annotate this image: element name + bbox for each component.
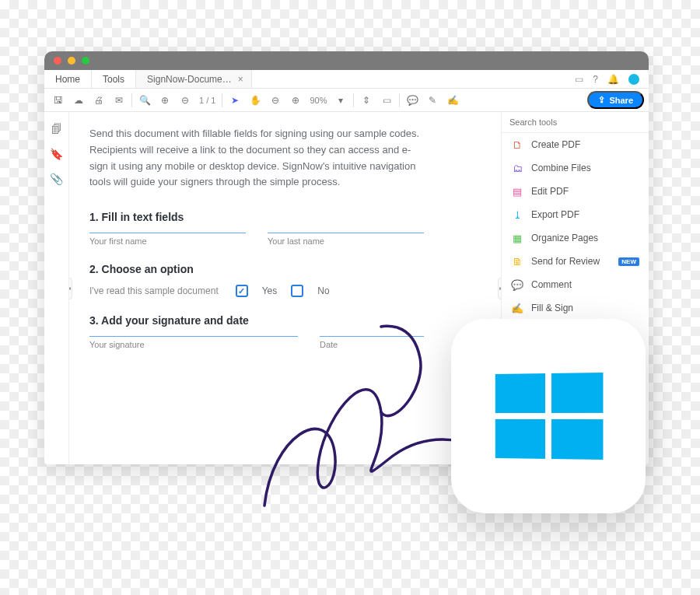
save-icon[interactable]: 🖫 bbox=[49, 91, 68, 110]
highlight-tool-icon[interactable]: ✎ bbox=[423, 91, 442, 110]
windows-logo-card bbox=[451, 319, 646, 513]
fill-sign-icon: ✍ bbox=[511, 302, 523, 314]
tab-tools[interactable]: Tools bbox=[92, 70, 136, 88]
tool-label: Combine Files bbox=[531, 163, 591, 173]
signature-label: Your signature bbox=[89, 340, 298, 349]
collapse-left-handle[interactable]: ◂ bbox=[69, 278, 72, 299]
window-zoom-dot[interactable] bbox=[82, 57, 89, 65]
attachment-icon[interactable]: 📎 bbox=[50, 173, 63, 185]
bell-icon[interactable]: 🔔 bbox=[607, 74, 619, 85]
hand-tool-icon[interactable]: ✋ bbox=[246, 91, 264, 110]
last-name-label: Your last name bbox=[268, 236, 424, 246]
tool-label: Create PDF bbox=[531, 139, 580, 150]
windows-logo-icon bbox=[495, 373, 604, 460]
toolbar: 🖫 ☁ 🖨 ✉ 🔍 ⊕ ⊖ 1 / 1 ➤ ✋ ⊖ ⊕ 90% ▾ ⇕ ▭ 💬 … bbox=[44, 89, 649, 112]
avatar[interactable] bbox=[628, 74, 639, 85]
mail-icon[interactable]: ✉ bbox=[110, 91, 128, 110]
search-tools[interactable] bbox=[502, 112, 649, 133]
signature-field[interactable]: Your signature bbox=[89, 336, 298, 349]
zoom-in-icon[interactable]: ⊕ bbox=[286, 91, 305, 110]
tool-edit-pdf[interactable]: ▤ Edit PDF bbox=[502, 180, 649, 203]
tool-label: Organize Pages bbox=[531, 233, 598, 243]
step1-heading: 1. Fill in text fields bbox=[89, 211, 481, 223]
comment-tool-icon[interactable]: 💬 bbox=[403, 91, 422, 110]
create-pdf-icon: 🗋 bbox=[511, 138, 523, 151]
chat-icon[interactable]: ▭ bbox=[575, 74, 583, 85]
first-name-field[interactable]: Your first name bbox=[89, 233, 246, 246]
left-rail: 🗐 🔖 📎 bbox=[44, 112, 69, 464]
zoom-dropdown-icon[interactable]: ▾ bbox=[331, 91, 350, 110]
step2-heading: 2. Choose an option bbox=[89, 263, 481, 275]
share-label: Share bbox=[609, 96, 633, 105]
page-up-icon[interactable]: ⊕ bbox=[156, 91, 174, 110]
thumbnails-icon[interactable]: 🗐 bbox=[51, 123, 62, 135]
fit-width-icon[interactable]: ⇕ bbox=[357, 91, 376, 110]
checkbox-no[interactable] bbox=[291, 285, 303, 297]
zoom-level[interactable]: 90% bbox=[306, 96, 330, 105]
label-no: No bbox=[317, 285, 329, 296]
tool-comment[interactable]: 💬 Comment bbox=[502, 273, 649, 296]
organize-pages-icon: ▦ bbox=[511, 232, 523, 244]
tool-label: Fill & Sign bbox=[531, 303, 573, 313]
edit-pdf-icon: ▤ bbox=[511, 185, 523, 198]
new-badge: NEW bbox=[618, 257, 639, 266]
label-yes: Yes bbox=[262, 285, 278, 296]
fit-page-icon[interactable]: ▭ bbox=[377, 91, 396, 110]
first-name-label: Your first name bbox=[89, 236, 246, 246]
tool-label: Send for Review bbox=[531, 256, 600, 267]
search-tools-input[interactable] bbox=[509, 117, 641, 127]
search-icon[interactable]: 🔍 bbox=[135, 91, 154, 110]
tool-label: Comment bbox=[531, 279, 572, 290]
tab-close-icon[interactable]: × bbox=[238, 74, 243, 85]
tab-document[interactable]: SignNow-Docume… × bbox=[136, 70, 252, 88]
tool-label: Edit PDF bbox=[531, 186, 569, 197]
tool-export-pdf[interactable]: ⤓ Export PDF bbox=[502, 203, 649, 226]
titlebar bbox=[44, 51, 649, 70]
tab-home[interactable]: Home bbox=[44, 70, 92, 88]
date-label: Date bbox=[320, 340, 424, 349]
tool-combine-files[interactable]: 🗂 Combine Files bbox=[502, 156, 649, 180]
export-pdf-icon: ⤓ bbox=[511, 208, 523, 221]
tab-document-label: SignNow-Docume… bbox=[147, 74, 232, 85]
page-down-icon[interactable]: ⊖ bbox=[176, 91, 194, 110]
bookmark-icon[interactable]: 🔖 bbox=[50, 148, 63, 160]
tool-send-for-review[interactable]: 🗎 Send for Review NEW bbox=[502, 250, 649, 273]
tool-create-pdf[interactable]: 🗋 Create PDF bbox=[502, 133, 649, 156]
checkbox-yes[interactable]: ✓ bbox=[236, 285, 248, 297]
select-tool-icon[interactable]: ➤ bbox=[226, 91, 244, 110]
window-minimize-dot[interactable] bbox=[68, 57, 75, 65]
send-review-icon: 🗎 bbox=[511, 255, 523, 268]
share-icon: ⇪ bbox=[598, 95, 605, 105]
document-content: ◂ ▸ Send this document with fillable fie… bbox=[69, 112, 501, 464]
tool-fill-sign[interactable]: ✍ Fill & Sign bbox=[502, 296, 649, 320]
tool-organize-pages[interactable]: ▦ Organize Pages bbox=[502, 226, 649, 250]
page-current: 1 bbox=[199, 96, 204, 105]
tool-label: Export PDF bbox=[531, 209, 579, 220]
date-field[interactable]: Date bbox=[320, 336, 424, 349]
page-indicator: 1 / 1 bbox=[196, 96, 219, 105]
sign-tool-icon[interactable]: ✍ bbox=[443, 91, 462, 110]
read-prompt: I've read this sample document bbox=[89, 285, 219, 296]
combine-files-icon: 🗂 bbox=[511, 162, 523, 174]
tray: ▭ ? 🔔 bbox=[565, 70, 649, 88]
step3-heading: 3. Add your signature and date bbox=[89, 314, 481, 327]
cloud-icon[interactable]: ☁ bbox=[69, 91, 88, 110]
help-icon[interactable]: ? bbox=[593, 74, 598, 85]
share-button[interactable]: ⇪ Share bbox=[587, 91, 644, 109]
menubar: Home Tools SignNow-Docume… × ▭ ? 🔔 bbox=[44, 70, 649, 89]
intro-text: Send this document with fillable fields … bbox=[89, 126, 424, 191]
collapse-right-handle[interactable]: ▸ bbox=[498, 278, 501, 299]
page-total: 1 bbox=[211, 96, 215, 105]
print-icon[interactable]: 🖨 bbox=[89, 91, 108, 110]
last-name-field[interactable]: Your last name bbox=[268, 233, 424, 246]
comment-icon: 💬 bbox=[511, 278, 523, 291]
zoom-out-icon[interactable]: ⊖ bbox=[266, 91, 285, 110]
window-close-dot[interactable] bbox=[54, 57, 61, 65]
